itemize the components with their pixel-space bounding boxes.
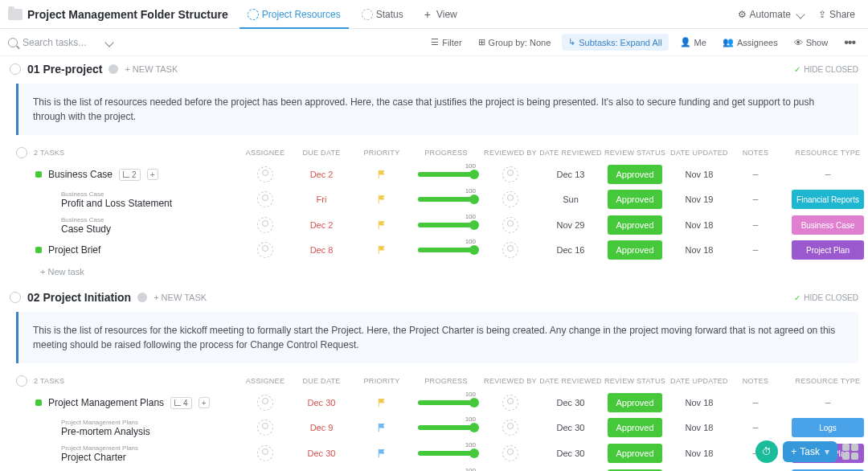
tag[interactable]: Business Case — [792, 215, 864, 235]
priority-flag[interactable] — [377, 448, 387, 458]
share-button[interactable]: ⇪ Share — [813, 6, 860, 23]
filter-button[interactable]: ☰Filter — [426, 35, 466, 50]
reviewer-placeholder[interactable] — [502, 420, 518, 436]
subtask-count[interactable]: 4 — [170, 397, 192, 409]
notes-cell[interactable]: – — [753, 219, 759, 231]
add-view-button[interactable]: + View — [416, 0, 465, 29]
col-header[interactable]: NOTES — [731, 377, 780, 385]
col-header[interactable]: ASSIGNEE — [241, 149, 289, 157]
automate-button[interactable]: ⚙ Automate — [733, 6, 809, 23]
due-date[interactable]: Dec 9 — [310, 423, 334, 432]
tab-project-resources[interactable]: Project Resources — [240, 0, 349, 29]
search-input[interactable]: Search tasks... — [8, 37, 113, 48]
col-header[interactable]: PROGRESS — [410, 377, 482, 385]
table-row[interactable]: Business Case 2+ Dec 2 100 Dec 13 Approv… — [16, 162, 858, 186]
table-row[interactable]: Project Management Plans Project Charter… — [16, 440, 858, 466]
reviewer-placeholder[interactable] — [502, 395, 518, 411]
assignee-placeholder[interactable] — [257, 166, 273, 182]
reviewer-placeholder[interactable] — [502, 217, 518, 233]
tag[interactable]: Project Plan — [792, 240, 864, 260]
new-task-link[interactable]: + NEW TASK — [125, 64, 178, 74]
priority-flag[interactable] — [377, 423, 387, 432]
me-button[interactable]: 👤Me — [675, 35, 711, 50]
progress-bar[interactable]: 100 — [418, 400, 474, 405]
notes-cell[interactable]: – — [753, 244, 759, 256]
assignee-placeholder[interactable] — [257, 191, 273, 207]
groupby-button[interactable]: ⊞Group by: None — [473, 35, 556, 50]
review-status[interactable]: Approved — [608, 418, 662, 437]
due-date[interactable]: Dec 8 — [310, 245, 334, 255]
col-header[interactable]: PRIORITY — [354, 149, 410, 157]
more-button[interactable]: ••• — [839, 33, 860, 52]
reviewer-placeholder[interactable] — [502, 445, 518, 461]
table-row[interactable]: Business Case Case Study Dec 2 100 Nov 2… — [16, 212, 858, 238]
add-subtask-button[interactable]: + — [147, 169, 158, 180]
add-task-row[interactable]: + New task — [40, 262, 858, 285]
priority-flag[interactable] — [377, 245, 387, 255]
notes-cell[interactable]: – — [753, 397, 759, 408]
due-date[interactable]: Dec 30 — [308, 398, 336, 408]
add-subtask-button[interactable]: + — [199, 397, 210, 408]
subtasks-button[interactable]: ↳Subtasks: Expand All — [562, 34, 668, 51]
col-header[interactable]: RESOURCE TYPE — [780, 149, 868, 157]
table-row[interactable]: Project Management Plans 4+ Dec 30 100 D… — [16, 391, 858, 415]
progress-bar[interactable]: 100 — [418, 223, 474, 227]
col-header[interactable]: DATE UPDATED — [667, 149, 731, 157]
info-icon[interactable] — [137, 293, 147, 302]
hide-closed-toggle[interactable]: ✓HIDE CLOSED — [794, 65, 858, 74]
progress-bar[interactable]: 100 — [418, 451, 474, 456]
review-status[interactable]: Approved — [608, 393, 662, 412]
subtask-count[interactable]: 2 — [119, 169, 141, 181]
col-header[interactable]: DATE REVIEWED — [538, 377, 603, 385]
due-date[interactable]: Dec 30 — [308, 448, 336, 458]
assignee-placeholder[interactable] — [257, 217, 273, 233]
progress-bar[interactable]: 100 — [418, 197, 474, 202]
task-name-cell[interactable]: Project Brief — [16, 244, 241, 256]
notes-cell[interactable]: – — [753, 194, 759, 205]
progress-bar[interactable]: 100 — [418, 248, 474, 252]
review-status[interactable]: Approved — [608, 190, 662, 209]
tab-status[interactable]: Status — [354, 0, 411, 29]
col-header[interactable]: PRIORITY — [354, 377, 410, 385]
info-icon[interactable] — [108, 64, 118, 74]
col-header[interactable]: REVIEWED BY — [482, 377, 538, 385]
priority-flag[interactable] — [377, 195, 387, 204]
task-name-cell[interactable]: Business Case Case Study — [16, 216, 241, 235]
col-header[interactable]: DATE REVIEWED — [538, 149, 603, 157]
notes-cell[interactable]: – — [753, 169, 759, 180]
collapse-icon[interactable] — [10, 63, 21, 75]
task-name-cell[interactable]: Business Case 2+ — [16, 169, 241, 181]
col-header[interactable]: REVIEW STATUS — [603, 149, 667, 157]
priority-flag[interactable] — [377, 170, 387, 179]
due-date[interactable]: Fri — [317, 195, 327, 204]
table-row[interactable]: Project Brief Dec 8 100 Dec 16 Approved … — [16, 238, 858, 262]
table-row[interactable]: Project Management Plans Organization De… — [16, 466, 858, 471]
assignee-placeholder[interactable] — [257, 395, 273, 411]
new-task-button[interactable]: +Task▾ — [783, 441, 837, 462]
col-header[interactable]: ASSIGNEE — [241, 377, 289, 385]
task-name-cell[interactable]: Project Management Plans Pre-mortem Anal… — [16, 419, 241, 437]
progress-bar[interactable]: 100 — [418, 172, 474, 177]
review-status[interactable]: Approved — [608, 215, 662, 235]
priority-flag[interactable] — [377, 398, 387, 408]
task-name-cell[interactable]: Project Management Plans 4+ — [16, 397, 241, 409]
new-task-link[interactable]: + NEW TASK — [154, 293, 207, 302]
reviewer-placeholder[interactable] — [502, 191, 518, 207]
notes-cell[interactable]: – — [753, 422, 759, 433]
tag[interactable]: Logs — [792, 418, 864, 437]
progress-bar[interactable]: 100 — [418, 425, 474, 430]
show-button[interactable]: 👁Show — [789, 35, 833, 50]
apps-button[interactable] — [842, 444, 858, 460]
reviewer-placeholder[interactable] — [502, 242, 518, 258]
reviewer-placeholder[interactable] — [502, 166, 518, 182]
due-date[interactable]: Dec 2 — [310, 220, 334, 230]
tag[interactable]: Financial Reports — [792, 190, 864, 209]
task-name-cell[interactable]: Business Case Profit and Loss Statement — [16, 190, 241, 209]
assignees-button[interactable]: 👥Assignees — [718, 35, 783, 50]
assignee-placeholder[interactable] — [257, 445, 273, 461]
col-header[interactable]: REVIEWED BY — [482, 149, 538, 157]
col-header[interactable]: DUE DATE — [289, 149, 354, 157]
review-status[interactable]: Approved — [608, 444, 662, 463]
review-status[interactable]: Approved — [608, 240, 662, 260]
table-row[interactable]: Business Case Profit and Loss Statement … — [16, 186, 858, 212]
